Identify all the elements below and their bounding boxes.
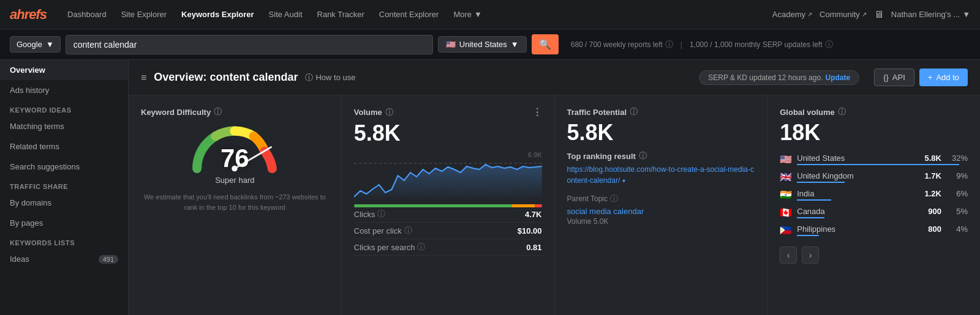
hamburger-icon[interactable]: ≡ [141, 72, 146, 83]
parent-topic-help-icon[interactable]: ⓘ [610, 193, 618, 204]
help-monthly-icon[interactable]: ⓘ [825, 39, 833, 50]
volume-card-title: Volume ⓘ ⋮ [354, 106, 542, 118]
country-name: United Kingdom [797, 171, 912, 180]
help-weekly-icon[interactable]: ⓘ [665, 39, 673, 50]
global-card-title: Global volume ⓘ [780, 106, 968, 117]
cards-grid: Keyword Difficulty ⓘ [129, 95, 980, 315]
api-label: API [892, 73, 905, 82]
country-pct: 4% [946, 224, 968, 234]
volume-line-chart [354, 151, 542, 200]
parent-topic-link[interactable]: social media calendar [567, 207, 755, 216]
top-result-help-icon[interactable]: ⓘ [639, 150, 647, 161]
country-select[interactable]: 🇺🇸 United States ▼ [438, 36, 527, 53]
volume-more-icon[interactable]: ⋮ [532, 106, 542, 118]
country-pct: 6% [946, 189, 968, 198]
help-circle-icon: ⓘ [305, 72, 313, 83]
nav-site-audit[interactable]: Site Audit [263, 6, 309, 23]
sidebar-item-overview[interactable]: Overview [0, 60, 128, 80]
country-list: 🇺🇸 United States 5.8K 32% 🇬🇧 United King… [780, 150, 968, 239]
sidebar-item-search-suggestions[interactable]: Search suggestions [0, 157, 128, 177]
volume-max-label: 6.9K [528, 151, 542, 158]
global-card: Global volume ⓘ 18K 🇺🇸 United States 5.8… [767, 95, 980, 315]
sidebar-item-ideas[interactable]: Ideas 491 [0, 249, 128, 269]
country-volume: 800 [917, 224, 941, 234]
user-menu[interactable]: Nathan Ellering's ... ▼ [891, 10, 970, 19]
volume-chart-container: 6.9K [354, 151, 542, 200]
sidebar-item-related-terms[interactable]: Related terms [0, 136, 128, 157]
page-header: ≡ Overview: content calendar ⓘ How to us… [129, 60, 980, 95]
engine-select[interactable]: Google ▼ [10, 36, 61, 53]
global-help-icon[interactable]: ⓘ [838, 106, 846, 117]
country-label: United States [459, 40, 507, 49]
sidebar-item-by-pages[interactable]: By pages [0, 213, 128, 233]
country-flag: 🇺🇸 [446, 40, 456, 49]
next-page-button[interactable]: › [802, 246, 819, 264]
sidebar-section-traffic-share: Traffic share [0, 177, 128, 193]
prev-page-button[interactable]: ‹ [780, 246, 797, 264]
gauge-label: Super hard [215, 176, 254, 185]
traffic-value: 5.8K [567, 120, 755, 146]
weekly-reports: 680 / 700 weekly reports left [571, 40, 663, 49]
volume-card: Volume ⓘ ⋮ 5.8K 6.9K [342, 95, 554, 315]
country-flag: 🇨🇦 [780, 207, 792, 218]
country-name: United States [797, 154, 912, 163]
cpc-value: $10.00 [518, 226, 542, 235]
traffic-card: Traffic Potential ⓘ 5.8K Top ranking res… [555, 95, 767, 315]
country-volume: 1.2K [917, 189, 941, 198]
nav-academy[interactable]: Academy [772, 10, 812, 19]
sidebar-item-by-domains[interactable]: By domains [0, 193, 128, 213]
country-name: Philippines [797, 224, 912, 234]
country-flag: 🇮🇳 [780, 189, 792, 201]
country-flag: 🇺🇸 [780, 154, 792, 165]
nav-dashboard[interactable]: Dashboard [61, 6, 113, 23]
country-row: 🇨🇦 Canada 900 5% [780, 204, 968, 221]
nav-site-explorer[interactable]: Site Explorer [115, 6, 173, 23]
sidebar-ideas-badge: 491 [99, 255, 118, 264]
cps-help-icon[interactable]: ⓘ [417, 242, 425, 253]
monitor-icon[interactable]: 🖥 [874, 9, 884, 20]
nav-right: Academy Community 🖥 Nathan Ellering's ..… [772, 9, 970, 20]
country-row: 🇺🇸 United States 5.8K 32% [780, 150, 968, 168]
nav-community[interactable]: Community [820, 10, 867, 19]
country-bar [797, 182, 845, 183]
nav-rank-tracker[interactable]: Rank Tracker [311, 6, 371, 23]
api-icon: {} [883, 73, 889, 82]
clicks-label: Clicks ⓘ [354, 209, 386, 220]
nav-more[interactable]: More ▼ [447, 6, 488, 23]
logo[interactable]: ahrefs [10, 7, 47, 23]
add-to-button[interactable]: + Add to [919, 69, 968, 86]
traffic-card-title: Traffic Potential ⓘ [567, 106, 755, 117]
sidebar-item-ads-history[interactable]: Ads history [0, 80, 128, 100]
traffic-help-icon[interactable]: ⓘ [630, 106, 638, 117]
cps-row: Clicks per search ⓘ 0.81 [354, 239, 542, 256]
volume-help-icon[interactable]: ⓘ [385, 107, 393, 118]
volume-value: 5.8K [354, 120, 542, 146]
how-to-use[interactable]: ⓘ How to use [305, 72, 355, 83]
clicks-row: Clicks ⓘ 4.7K [354, 206, 542, 223]
sidebar-section-keyword-ideas: Keyword ideas [0, 100, 128, 116]
nav-content-explorer[interactable]: Content Explorer [373, 6, 445, 23]
top-nav: ahrefs Dashboard Site Explorer Keywords … [0, 0, 980, 29]
country-row: 🇵🇭 Philippines 800 4% [780, 221, 968, 239]
volume-stats: Clicks ⓘ 4.7K Cost per click ⓘ $10.00 [354, 206, 542, 256]
gauge-desc: We estimate that you'll need backlinks f… [141, 192, 329, 212]
layout: Overview Ads history Keyword ideas Match… [0, 60, 980, 315]
volume-bar [354, 204, 542, 207]
update-link[interactable]: Update [825, 73, 850, 82]
update-text: SERP & KD updated 12 hours ago. [708, 73, 823, 82]
cpc-row: Cost per click ⓘ $10.00 [354, 223, 542, 239]
kd-card: Keyword Difficulty ⓘ [129, 95, 341, 315]
kd-card-title: Keyword Difficulty ⓘ [141, 106, 329, 117]
search-input[interactable] [66, 35, 433, 54]
top-result-link[interactable]: https://blog.hootsuite.com/how-to-create… [567, 165, 754, 185]
country-bar [797, 199, 831, 201]
sidebar-item-matching-terms[interactable]: Matching terms [0, 116, 128, 136]
kd-help-icon[interactable]: ⓘ [214, 106, 222, 117]
parent-topic: Parent Topic ⓘ social media calendar Vol… [567, 193, 755, 226]
search-button[interactable]: 🔍 [532, 34, 559, 54]
api-button[interactable]: {} API [874, 69, 914, 86]
cpc-help-icon[interactable]: ⓘ [404, 225, 412, 236]
clicks-help-icon[interactable]: ⓘ [377, 209, 385, 220]
nav-keywords-explorer[interactable]: Keywords Explorer [175, 6, 260, 23]
sidebar-ideas-label: Ideas [10, 254, 29, 264]
